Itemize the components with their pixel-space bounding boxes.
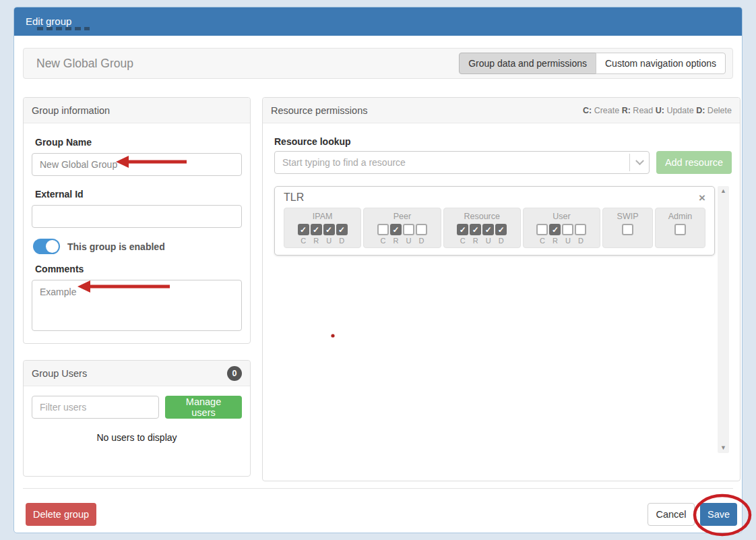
user-count-badge: 0 xyxy=(227,366,242,381)
permission-category-label: Admin xyxy=(658,212,702,221)
resource-permissions-title: Resource permissions xyxy=(271,105,367,116)
resource-lookup-select xyxy=(274,151,650,174)
footer-divider xyxy=(23,488,733,489)
checkbox-peer-u[interactable] xyxy=(403,224,414,235)
permission-section-resource: Resource✓✓✓✓CRUD xyxy=(443,208,521,248)
group-users-body: Manage users No users to display xyxy=(24,386,250,452)
checkbox-ipam-r[interactable]: ✓ xyxy=(311,224,322,235)
checkbox-resource-c[interactable]: ✓ xyxy=(457,224,468,235)
save-button[interactable]: Save xyxy=(700,503,737,526)
permission-category-label: IPAM xyxy=(287,212,358,221)
modal-title: Edit group xyxy=(26,16,71,27)
checkbox-user-r[interactable]: ✓ xyxy=(549,224,561,235)
toggle-knob xyxy=(46,240,59,253)
checkbox-user-d[interactable] xyxy=(575,224,586,235)
crud-legend: C: Create R: Read U: Update D: Delete xyxy=(583,106,732,115)
checkbox-swip[interactable] xyxy=(622,224,633,235)
scroll-up-icon[interactable]: ▲ xyxy=(720,188,726,194)
permission-category-label: Peer xyxy=(367,212,437,221)
scroll-down-icon[interactable]: ▼ xyxy=(720,445,726,451)
checkbox-resource-d[interactable]: ✓ xyxy=(495,224,507,235)
crud-letters: CRUD xyxy=(526,237,597,245)
resource-card-title: TLR xyxy=(284,191,304,204)
group-information-header: Group information xyxy=(24,98,250,123)
tab-group-data-and-permissions[interactable]: Group data and permissions xyxy=(459,53,596,74)
checkbox-ipam-d[interactable]: ✓ xyxy=(336,224,348,235)
permission-groups: IPAM✓✓✓✓CRUDPeer✓CRUDResource✓✓✓✓CRUDUse… xyxy=(284,208,705,248)
permission-section-admin: Admin xyxy=(655,208,705,248)
external-id-input[interactable] xyxy=(32,205,242,228)
checkbox-ipam-u[interactable]: ✓ xyxy=(323,224,335,235)
group-name-label: Group Name xyxy=(35,137,242,148)
modal-header: Edit group xyxy=(14,7,742,36)
resource-permissions-header: Resource permissions C: Create R: Read U… xyxy=(263,98,740,123)
resource-lookup-input[interactable] xyxy=(274,151,650,174)
resource-permissions-panel: Resource permissions C: Create R: Read U… xyxy=(262,97,741,481)
permission-category-label: SWIP xyxy=(606,212,650,221)
permission-section-user: User✓CRUD xyxy=(523,208,600,248)
group-enabled-toggle[interactable] xyxy=(33,239,60,254)
permission-category-label: User xyxy=(526,212,597,221)
checkbox-peer-c[interactable] xyxy=(377,224,389,235)
delete-group-button[interactable]: Delete group xyxy=(26,503,96,526)
group-information-body: Group Name External Id This group is ena… xyxy=(24,123,250,343)
no-users-text: No users to display xyxy=(32,432,242,443)
cancel-button[interactable]: Cancel xyxy=(648,503,695,526)
comments-label: Comments xyxy=(35,264,242,274)
chevron-down-icon[interactable] xyxy=(629,154,650,171)
group-users-panel: Group Users 0 Manage users No users to d… xyxy=(23,360,251,477)
crud-letters: CRUD xyxy=(287,237,358,245)
manage-users-button[interactable]: Manage users xyxy=(165,396,242,419)
crud-letters: CRUD xyxy=(367,237,437,245)
checkbox-user-c[interactable] xyxy=(536,224,548,235)
tab-custom-navigation-options[interactable]: Custom navigation options xyxy=(596,53,726,74)
checkbox-resource-u[interactable]: ✓ xyxy=(482,224,494,235)
permission-category-label: Resource xyxy=(447,212,517,221)
group-name-input[interactable] xyxy=(32,153,242,176)
background-artifact xyxy=(37,27,90,30)
page-background: { "header": { "title": "Edit group" }, "… xyxy=(0,0,756,540)
checkbox-resource-r[interactable]: ✓ xyxy=(470,224,481,235)
checkbox-peer-r[interactable]: ✓ xyxy=(390,224,402,235)
tab-group: Group data and permissions Custom naviga… xyxy=(459,53,726,74)
resource-card-tlr: TLR × IPAM✓✓✓✓CRUDPeer✓CRUDResource✓✓✓✓C… xyxy=(274,186,715,256)
checkbox-peer-d[interactable] xyxy=(416,224,427,235)
permission-section-ipam: IPAM✓✓✓✓CRUD xyxy=(284,208,361,248)
comments-textarea[interactable]: Example xyxy=(32,280,242,331)
filter-users-input[interactable] xyxy=(32,396,159,419)
resource-lookup-label: Resource lookup xyxy=(274,136,351,147)
group-information-panel: Group information Group Name External Id… xyxy=(23,97,251,344)
page-title: New Global Group xyxy=(36,57,133,71)
permission-section-peer: Peer✓CRUD xyxy=(363,208,441,248)
crud-letters: CRUD xyxy=(447,237,517,245)
permission-section-swip: SWIP xyxy=(602,208,653,248)
group-enabled-label: This group is enabled xyxy=(67,241,165,252)
external-id-label: External Id xyxy=(35,189,242,200)
group-users-header: Group Users 0 xyxy=(24,361,250,386)
add-resource-button[interactable]: Add resource xyxy=(656,151,732,174)
group-users-title: Group Users xyxy=(32,368,87,379)
group-information-title: Group information xyxy=(32,105,110,116)
checkbox-user-u[interactable] xyxy=(562,224,573,235)
edit-group-modal: Edit group New Global Group Group data a… xyxy=(13,7,743,533)
group-title-bar: New Global Group Group data and permissi… xyxy=(23,48,733,79)
vertical-scrollbar[interactable]: ▲ ▼ xyxy=(718,186,729,453)
checkbox-admin[interactable] xyxy=(674,224,686,235)
close-icon[interactable]: × xyxy=(699,192,705,204)
checkbox-ipam-c[interactable]: ✓ xyxy=(298,224,309,235)
